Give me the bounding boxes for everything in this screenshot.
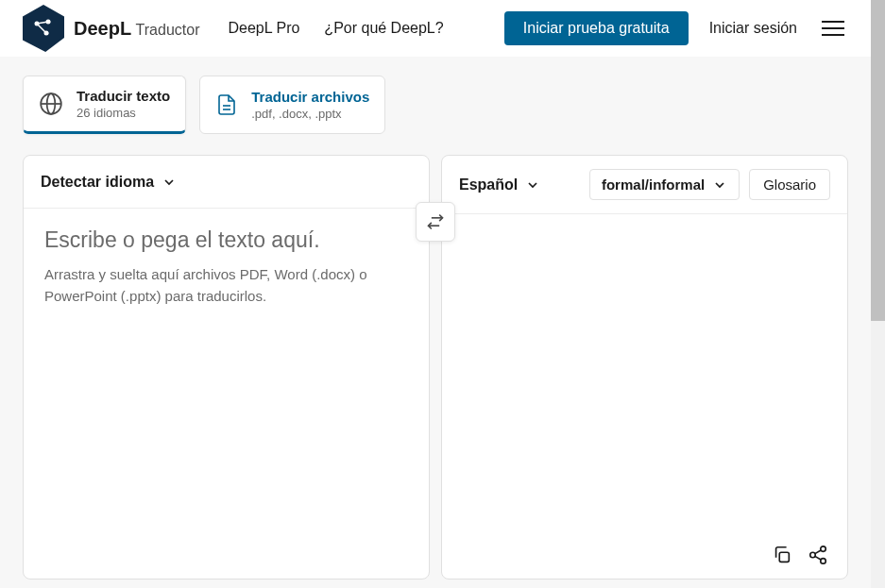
target-panel: Español formal/informal <box>441 155 848 580</box>
tab-translate-text[interactable]: Traducir texto 26 idiomas <box>23 76 186 134</box>
brand-name: DeepL <box>74 18 131 39</box>
scrollbar-thumb[interactable] <box>871 0 885 321</box>
svg-rect-14 <box>779 552 789 562</box>
target-output <box>442 214 847 531</box>
svg-point-15 <box>821 546 826 552</box>
source-placeholder: Escribe o pega el texto aquí. <box>44 227 408 253</box>
source-hint: Arrastra y suelta aquí archivos PDF, Wor… <box>44 264 384 307</box>
target-language-label: Español <box>459 176 518 193</box>
menu-icon[interactable] <box>818 17 848 40</box>
svg-point-16 <box>810 552 816 558</box>
svg-point-17 <box>821 559 826 564</box>
formality-select[interactable]: formal/informal <box>589 169 740 200</box>
svg-line-4 <box>37 24 46 33</box>
svg-line-19 <box>815 556 821 560</box>
share-icon[interactable] <box>808 545 828 565</box>
source-textarea[interactable]: Escribe o pega el texto aquí. Arrastra y… <box>24 209 429 579</box>
target-language-select[interactable]: Español <box>459 176 540 193</box>
tab-text-title: Traducir texto <box>77 88 170 104</box>
formality-label: formal/informal <box>602 176 705 193</box>
chevron-down-icon <box>712 177 727 193</box>
header: DeepL Traductor DeepL Pro ¿Por qué DeepL… <box>0 0 871 57</box>
tab-translate-files[interactable]: Traducir archivos .pdf, .docx, .pptx <box>199 76 385 134</box>
tab-files-sub: .pdf, .docx, .pptx <box>251 107 369 121</box>
source-panel: Detectar idioma Escribe o pega el texto … <box>23 155 430 580</box>
globe-icon <box>39 92 63 116</box>
brand-suffix: Traductor <box>136 22 200 38</box>
chevron-down-icon <box>525 177 540 193</box>
start-trial-button[interactable]: Iniciar prueba gratuita <box>504 11 689 45</box>
swap-languages-button[interactable] <box>416 202 455 242</box>
svg-line-18 <box>815 550 821 554</box>
logo-icon <box>23 5 64 52</box>
source-language-select[interactable]: Detectar idioma <box>41 174 177 191</box>
login-link[interactable]: Iniciar sesión <box>709 20 797 37</box>
nav-why[interactable]: ¿Por qué DeepL? <box>324 20 443 37</box>
nav-pro[interactable]: DeepL Pro <box>228 20 299 37</box>
tab-files-title: Traducir archivos <box>251 89 369 105</box>
mode-tabs: Traducir texto 26 idiomas Traducir archi… <box>23 76 848 134</box>
source-language-label: Detectar idioma <box>41 174 154 191</box>
main-nav: DeepL Pro ¿Por qué DeepL? <box>228 20 443 37</box>
logo[interactable]: DeepL Traductor <box>23 5 199 52</box>
chevron-down-icon <box>162 175 177 190</box>
copy-icon[interactable] <box>772 545 792 565</box>
glossary-button[interactable]: Glosario <box>749 169 830 200</box>
glossary-label: Glosario <box>763 176 816 193</box>
tab-text-sub: 26 idiomas <box>77 106 170 120</box>
document-icon <box>215 92 238 117</box>
